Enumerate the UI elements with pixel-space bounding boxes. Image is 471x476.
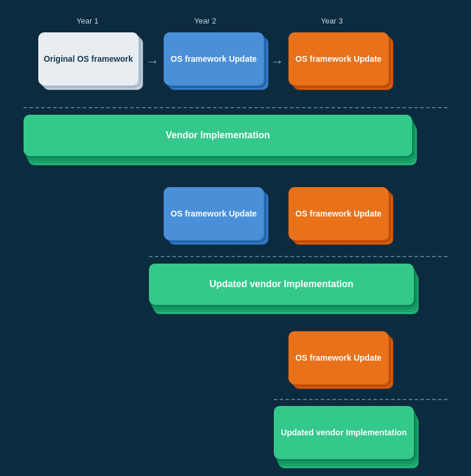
os-update2-year3-stack: OS framework Update [288, 187, 389, 240]
os-update-year2-stack: OS framework Update [164, 32, 264, 85]
year1-label: Year 1 [77, 16, 98, 25]
year2-label: Year 2 [194, 16, 216, 25]
os-update3-year3-card: OS framework Update [288, 331, 389, 384]
arrow1: → [146, 54, 159, 69]
os-update2-year3-card: OS framework Update [288, 187, 389, 240]
dashed-line-2 [149, 256, 447, 257]
dashed-line-1 [24, 107, 447, 108]
vendor-impl-stack: Vendor Implementation [24, 115, 412, 156]
original-os-stack: Original OS framework [38, 32, 138, 85]
updated-vendor2-card: Updated vendor Implementation [274, 406, 414, 459]
dashed-line-3 [274, 399, 447, 400]
updated-vendor-card: Updated vendor Implementation [149, 264, 414, 305]
year3-label: Year 3 [321, 16, 343, 25]
updated-vendor2-stack: Updated vendor Implementation [274, 406, 414, 459]
arrow2: → [271, 54, 284, 69]
vendor-impl-card: Vendor Implementation [24, 115, 412, 156]
os-update-year3-card: OS framework Update [288, 32, 389, 85]
os-update-year2-card: OS framework Update [164, 32, 264, 85]
os-update2-year2-card: OS framework Update [164, 187, 264, 240]
os-update2-year2-stack: OS framework Update [164, 187, 264, 240]
updated-vendor-stack: Updated vendor Implementation [149, 264, 414, 305]
os-update-year3-stack: OS framework Update [288, 32, 389, 85]
original-os-card: Original OS framework [38, 32, 138, 85]
os-update3-year3-stack: OS framework Update [288, 331, 389, 384]
